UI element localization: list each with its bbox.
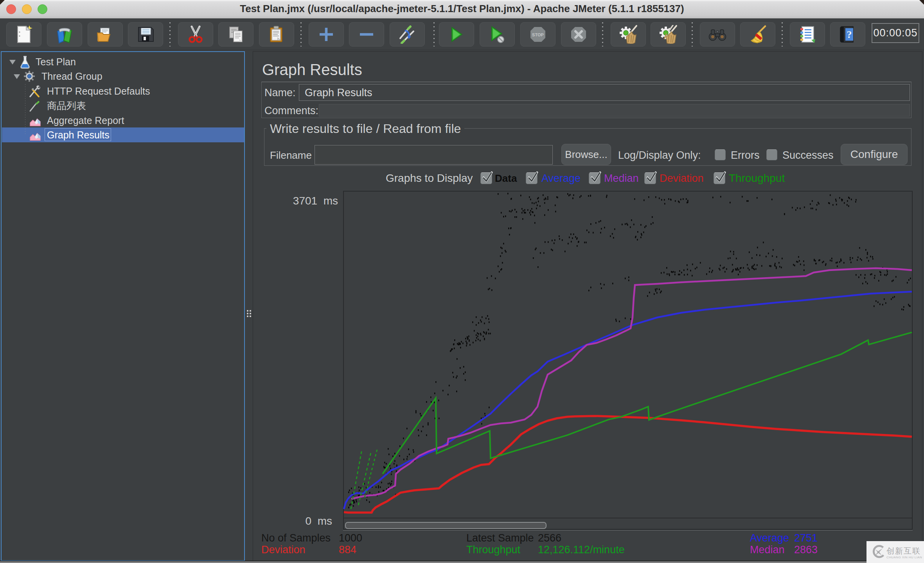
svg-text:STOP: STOP: [532, 32, 544, 37]
svg-text:?: ?: [847, 29, 852, 40]
